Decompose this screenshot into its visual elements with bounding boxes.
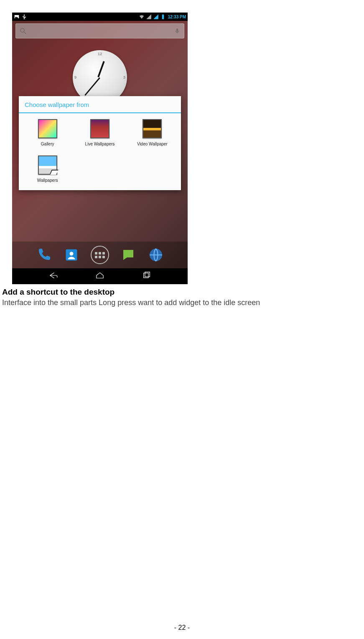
wallpaper-source-live[interactable]: Live Wallpapers bbox=[74, 119, 126, 146]
svg-rect-5 bbox=[176, 28, 178, 32]
navigation-bar bbox=[12, 268, 188, 284]
svg-rect-10 bbox=[143, 273, 148, 277]
video-wallpaper-icon bbox=[143, 119, 162, 138]
wallpaper-source-wallpapers[interactable]: Wallpapers bbox=[21, 155, 74, 183]
page-number: - 22 - bbox=[0, 624, 364, 631]
dock-apps[interactable] bbox=[91, 246, 109, 264]
section-body: Interface into the small parts Long pres… bbox=[2, 298, 362, 307]
section-heading: Add a shortcut to the desktop bbox=[2, 288, 362, 297]
signal-icon bbox=[153, 14, 159, 20]
clock-tick-3: 3 bbox=[123, 75, 125, 79]
svg-point-3 bbox=[20, 28, 24, 32]
clock-tick-9: 9 bbox=[74, 75, 76, 79]
svg-point-8 bbox=[70, 252, 74, 256]
usb-icon bbox=[21, 14, 27, 20]
dialog-item-label: Gallery bbox=[41, 142, 54, 146]
dialog-item-label: Video Wallpaper bbox=[137, 142, 168, 146]
signal-icon bbox=[146, 14, 152, 20]
image-icon bbox=[14, 14, 20, 20]
mic-icon[interactable] bbox=[174, 28, 181, 34]
wallpaper-source-video[interactable]: Video Wallpaper bbox=[126, 119, 178, 146]
dialog-item-label: Wallpapers bbox=[37, 178, 58, 183]
live-wallpapers-icon bbox=[90, 119, 109, 138]
battery-icon bbox=[160, 14, 166, 20]
wallpaper-source-gallery[interactable]: Gallery bbox=[21, 119, 74, 146]
svg-rect-11 bbox=[145, 272, 149, 277]
choose-wallpaper-dialog: Choose wallpaper from Gallery Live Wallp… bbox=[19, 96, 181, 190]
svg-rect-2 bbox=[162, 14, 163, 15]
dock-messaging[interactable] bbox=[120, 247, 137, 263]
android-home-screenshot: 12:33 PM 12 3 6 9 Choose wallpaper from … bbox=[12, 13, 188, 284]
clock-tick-12: 12 bbox=[98, 52, 102, 56]
status-bar: 12:33 PM bbox=[12, 13, 188, 21]
svg-rect-1 bbox=[162, 15, 164, 19]
dialog-item-label: Live Wallpapers bbox=[85, 142, 115, 146]
dock bbox=[12, 242, 188, 268]
clock-minute-hand bbox=[84, 77, 100, 96]
gallery-icon bbox=[38, 119, 57, 138]
status-time: 12:33 PM bbox=[168, 15, 186, 19]
dock-browser[interactable] bbox=[148, 247, 164, 263]
wifi-icon bbox=[139, 14, 145, 20]
nav-home-button[interactable] bbox=[94, 271, 105, 281]
dock-phone[interactable] bbox=[36, 247, 52, 263]
google-search-bar[interactable] bbox=[15, 23, 184, 38]
clock-hour-hand bbox=[97, 61, 104, 77]
dock-contacts[interactable] bbox=[63, 247, 80, 263]
dialog-title: Choose wallpaper from bbox=[19, 96, 181, 113]
nav-recent-button[interactable] bbox=[141, 271, 152, 281]
wallpapers-icon bbox=[38, 155, 57, 175]
search-icon bbox=[19, 27, 27, 35]
nav-back-button[interactable] bbox=[48, 271, 59, 281]
svg-line-4 bbox=[24, 32, 26, 34]
